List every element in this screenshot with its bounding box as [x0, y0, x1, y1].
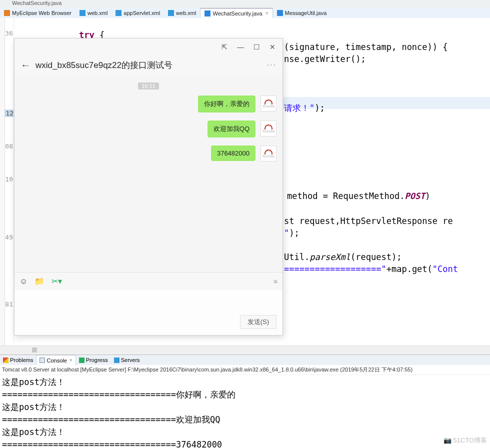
tab-label: web.xml [176, 10, 196, 16]
code-line: st request,HttpServletResponse re [284, 215, 453, 227]
chat-bubble: 欢迎加我QQ [208, 120, 256, 138]
problems-icon [3, 358, 8, 363]
xml-icon [116, 10, 122, 16]
code-line: nse.getWriter(); [284, 53, 366, 65]
editor-horizontal-scrollbar[interactable] [0, 346, 490, 354]
tab-label: Problems [10, 357, 33, 363]
chat-titlebar[interactable]: ⇱ — ☐ ✕ [14, 38, 282, 56]
tab-browser[interactable]: MyEclipse Web Browser [0, 8, 76, 18]
tab-label: Servers [121, 357, 140, 363]
chat-messages-area[interactable]: 16:11 你好啊，亲爱的 TOYOTA 欢迎加我QQ TOYOTA 37648… [14, 74, 282, 272]
browser-icon [4, 10, 10, 16]
folder-icon[interactable]: 📁 [34, 276, 44, 286]
code-line: method = RequestMethod.POST) [287, 190, 430, 202]
avatar[interactable]: TOYOTA [260, 96, 276, 112]
close-icon[interactable]: ✕ [266, 42, 280, 52]
tab-label: web.xml [88, 10, 108, 16]
progress-icon [79, 358, 84, 363]
minimize-icon[interactable]: — [234, 42, 248, 52]
close-icon[interactable]: × [70, 358, 72, 363]
window-file-title: WechatSecurity.java [0, 0, 490, 8]
emoji-icon[interactable]: ☺ [20, 277, 28, 286]
console-line: ==================================376482… [2, 438, 488, 448]
pin-icon[interactable]: ⇱ [218, 42, 232, 52]
code-line: 请求！"); [284, 102, 325, 114]
scrollbar-thumb[interactable] [32, 348, 37, 352]
tab-web-xml-2[interactable]: web.xml [164, 8, 200, 18]
gutter-folding [0, 18, 5, 346]
chat-header: ← wxid_bx85suc7e9qz22的接口测试号 ··· [14, 56, 282, 74]
line-number: 49 [5, 234, 13, 241]
bottom-tab-strip: Problems Console× Progress Servers [0, 355, 490, 365]
send-button[interactable]: 发送(S) [240, 315, 276, 329]
code-line: "); [284, 227, 300, 239]
maximize-icon[interactable]: ☐ [250, 42, 264, 52]
tab-messageutil[interactable]: MessageUtil.java [273, 8, 331, 18]
tab-progress[interactable]: Progress [76, 355, 111, 365]
wechat-chat-window: ⇱ — ☐ ✕ ← wxid_bx85suc7e9qz22的接口测试号 ··· … [14, 38, 283, 336]
chat-bubble: 你好啊，亲爱的 [198, 96, 256, 112]
list-icon[interactable]: ≡ [274, 278, 278, 286]
scissors-icon[interactable]: ✂▾ [52, 276, 62, 286]
line-number: 81 [5, 300, 13, 308]
tab-label: WechatSecurity.java [212, 10, 262, 16]
chat-timestamp: 16:11 [138, 82, 159, 90]
code-line: (signature, timestamp, nonce)) { [284, 41, 448, 53]
line-number: 08 [5, 142, 13, 150]
tab-label: MessageUtil.java [285, 10, 327, 16]
chat-input-area[interactable]: 发送(S) [14, 290, 282, 335]
xml-icon [168, 10, 174, 16]
close-icon[interactable]: × [266, 10, 268, 16]
console-line: ==================================欢迎加我QQ [2, 414, 488, 426]
xml-icon [80, 10, 86, 16]
back-icon[interactable]: ← [20, 60, 30, 71]
console-line: 这是post方法！ [2, 401, 488, 414]
chat-message-row: 376482000 TOYOTA [20, 146, 276, 162]
console-line: 这是post方法！ [2, 376, 488, 388]
editor-tab-strip: MyEclipse Web Browser web.xml appServlet… [0, 8, 490, 18]
console-output[interactable]: 这是post方法！===============================… [0, 375, 490, 448]
java-icon [204, 10, 210, 16]
chat-message-row: 欢迎加我QQ TOYOTA [20, 120, 276, 138]
code-line: ==================="+map.get("Cont [284, 263, 458, 275]
chat-bubble: 376482000 [211, 146, 256, 161]
chat-toolbar: ☺ 📁 ✂▾ ≡ [14, 272, 282, 290]
console-icon [40, 358, 45, 363]
line-number: 36 [5, 30, 13, 37]
tab-wechatsecurity[interactable]: WechatSecurity.java× [200, 8, 272, 18]
tab-web-xml-1[interactable]: web.xml [76, 8, 112, 18]
tab-servers[interactable]: Servers [111, 355, 143, 365]
code-line: Util.parseXml(request); [284, 251, 402, 263]
console-line: ==================================你好啊，亲爱… [2, 388, 488, 401]
tab-label: appServlet.xml [124, 10, 160, 16]
servers-icon [114, 358, 120, 363]
gutter-line-numbers: 36 12 08 10 49 81 [5, 18, 14, 346]
tab-label: Progress [86, 357, 108, 363]
java-icon [277, 10, 283, 16]
tab-label: MyEclipse Web Browser [12, 10, 72, 16]
line-number: 10 [5, 176, 13, 183]
watermark-text: 📷 51CTO博客 [444, 436, 487, 445]
avatar[interactable]: TOYOTA [260, 120, 276, 136]
bottom-panel: Problems Console× Progress Servers Tomca… [0, 354, 490, 448]
chat-message-row: 你好啊，亲爱的 TOYOTA [20, 96, 276, 112]
console-header: Tomcat v8.0 Server at localhost [MyEclip… [0, 365, 490, 375]
tab-appservlet-xml[interactable]: appServlet.xml [112, 8, 164, 18]
tab-problems[interactable]: Problems [0, 355, 36, 365]
tab-console[interactable]: Console× [36, 355, 76, 365]
console-line: 这是post方法！ [2, 426, 488, 438]
line-number: 12 [4, 110, 14, 117]
avatar[interactable]: TOYOTA [260, 146, 276, 162]
more-icon[interactable]: ··· [267, 60, 276, 70]
tab-label: Console [46, 358, 66, 364]
chat-title: wxid_bx85suc7e9qz22的接口测试号 [36, 60, 172, 71]
